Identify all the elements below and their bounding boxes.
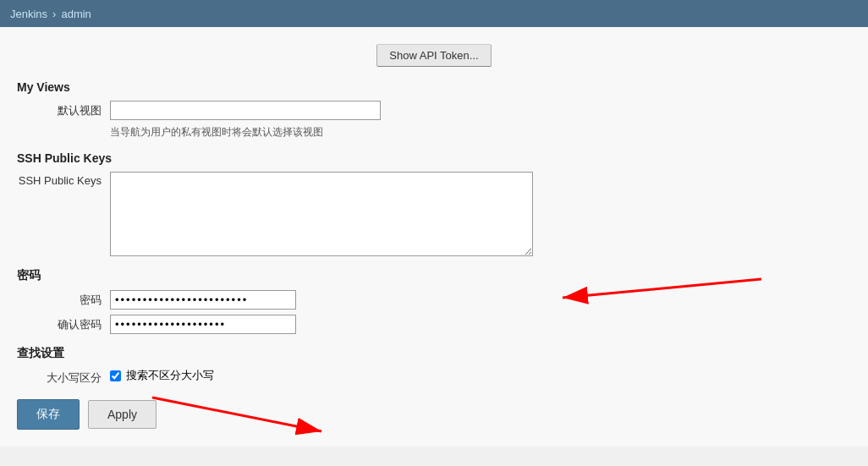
search-section: 查找设置 大小写区分 搜索不区分大小写 xyxy=(17,346,851,386)
case-insensitive-checkbox[interactable] xyxy=(110,370,121,381)
password-label: 密码 xyxy=(17,290,110,308)
password-input[interactable] xyxy=(110,290,296,310)
ssh-keys-row: SSH Public Keys xyxy=(17,172,851,256)
main-content: Show API Token... My Views 默认视图 当导航为用户的私… xyxy=(0,27,868,447)
search-section-title: 查找设置 xyxy=(17,346,851,361)
password-section: 密码 密码 确认密码 xyxy=(17,268,851,334)
show-api-token-button[interactable]: Show API Token... xyxy=(376,44,491,67)
checkbox-label: 搜索不区分大小写 xyxy=(126,368,214,383)
ssh-section: SSH Public Keys SSH Public Keys xyxy=(17,151,851,256)
ssh-keys-label: SSH Public Keys xyxy=(17,172,110,187)
ssh-keys-textarea[interactable] xyxy=(110,172,533,256)
confirm-password-input[interactable] xyxy=(110,315,296,334)
case-sensitive-label: 大小写区分 xyxy=(17,368,110,386)
my-views-section: My Views 默认视图 当导航为用户的私有视图时将会默认选择该视图 xyxy=(17,80,851,140)
default-view-hint: 当导航为用户的私有视图时将会默认选择该视图 xyxy=(110,125,851,140)
breadcrumb-current[interactable]: admin xyxy=(61,8,91,20)
confirm-password-row: 确认密码 xyxy=(17,315,851,334)
checkbox-row: 搜索不区分大小写 xyxy=(110,368,214,383)
password-row: 密码 xyxy=(17,290,851,310)
my-views-title: My Views xyxy=(17,80,851,94)
default-view-row: 默认视图 xyxy=(17,101,851,120)
breadcrumb-separator: › xyxy=(52,8,56,20)
breadcrumb-bar: Jenkins › admin xyxy=(0,0,868,27)
password-section-title: 密码 xyxy=(17,268,851,283)
case-sensitivity-row: 大小写区分 搜索不区分大小写 xyxy=(17,368,851,386)
apply-button[interactable]: Apply xyxy=(88,400,157,429)
default-view-label: 默认视图 xyxy=(17,101,110,118)
save-button[interactable]: 保存 xyxy=(17,399,80,430)
breadcrumb-root[interactable]: Jenkins xyxy=(10,8,47,20)
show-api-token-area: Show API Token... xyxy=(17,36,851,80)
form-container: Show API Token... My Views 默认视图 当导航为用户的私… xyxy=(0,27,868,447)
confirm-password-label: 确认密码 xyxy=(17,315,110,332)
default-view-input[interactable] xyxy=(110,101,381,120)
ssh-section-title: SSH Public Keys xyxy=(17,151,851,165)
action-buttons: 保存 Apply xyxy=(17,399,851,430)
